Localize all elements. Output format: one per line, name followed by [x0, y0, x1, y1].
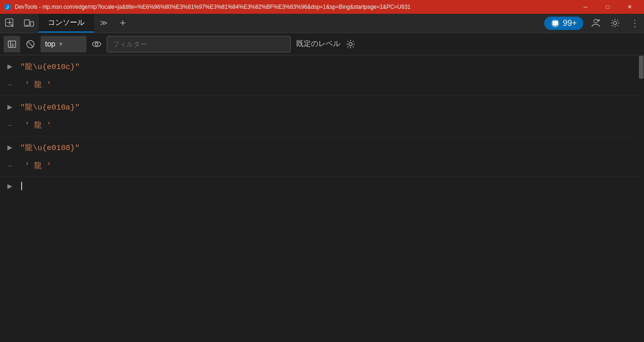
chat-bubble-icon	[551, 19, 560, 28]
console-row-return: ← ' 龍 '	[0, 158, 644, 176]
clear-console-button[interactable]	[22, 36, 39, 52]
console-entry: ▶ "龍\u{e010a}" ← ' 龍 '	[0, 96, 644, 136]
console-output[interactable]: ▶ "龍\u{e010c}" ← ' 龍 ' ▶ "龍\u{e010a}" ← …	[0, 55, 644, 342]
svg-point-15	[349, 42, 352, 46]
console-row-expand[interactable]: ▶ "龍\u{e010c}"	[0, 55, 644, 77]
console-input-row[interactable]: ▶	[0, 177, 644, 195]
console-settings-icon	[345, 39, 356, 49]
toolbar-spacer	[132, 14, 541, 33]
return-arrow-icon: ←	[7, 122, 17, 128]
more-options-button[interactable]: ⋮	[625, 14, 644, 33]
main-container: コンソール ≫ + 99+	[0, 14, 644, 342]
filter-input[interactable]	[107, 36, 291, 52]
console-row-return: ← ' 龍 '	[0, 77, 644, 95]
svg-point-0	[4, 4, 11, 10]
clear-icon	[26, 40, 35, 49]
more-tabs-icon: ≫	[100, 18, 108, 27]
eye-icon	[92, 39, 102, 49]
expand-arrow-icon[interactable]: ▶	[7, 103, 15, 110]
console-row-expand[interactable]: ▶ "龍\u{e0108}"	[0, 136, 644, 158]
svg-point-6	[594, 19, 598, 23]
svg-point-13	[92, 41, 101, 46]
window-controls: ─ □ ✕	[575, 0, 640, 14]
scrollbar-thumb[interactable]	[639, 56, 644, 79]
console-entry: ▶ "龍\u{e010c}" ← ' 龍 '	[0, 55, 644, 96]
context-value: top	[45, 40, 55, 48]
profile-button[interactable]	[586, 14, 605, 33]
message-count: 99+	[563, 18, 577, 28]
input-arrow-icon: ▶	[7, 182, 15, 190]
console-value: "龍\u{e010a}"	[20, 102, 80, 112]
console-settings-button[interactable]	[342, 36, 359, 52]
context-arrow-icon: ▼	[58, 41, 63, 47]
return-arrow-icon: ←	[7, 81, 17, 88]
settings-icon	[610, 18, 620, 28]
svg-line-12	[28, 41, 33, 47]
minimize-button[interactable]: ─	[575, 0, 596, 14]
console-entry: ▶ "龍\u{e0108}" ← ' 龍 '	[0, 136, 644, 177]
cursor-icon	[5, 18, 15, 28]
inspect-element-button[interactable]	[0, 14, 19, 33]
secondary-toolbar: top ▼ 既定のレベル	[0, 33, 644, 55]
add-icon: +	[120, 17, 126, 29]
svg-point-14	[95, 43, 98, 46]
message-badge[interactable]: 99+	[544, 17, 583, 30]
add-tab-button[interactable]: +	[113, 14, 132, 33]
svg-point-7	[598, 19, 600, 21]
scrollbar-track[interactable]	[638, 55, 644, 342]
restore-button[interactable]: □	[597, 0, 618, 14]
console-row-expand[interactable]: ▶ "龍\u{e010a}"	[0, 96, 644, 118]
console-return-value: ' 龍 '	[23, 79, 52, 90]
expand-arrow-icon[interactable]: ▶	[7, 63, 15, 70]
sidebar-toggle-button[interactable]	[4, 36, 20, 52]
settings-button[interactable]	[605, 14, 625, 33]
console-value: "龍\u{e010c}"	[20, 61, 80, 72]
sidebar-icon	[7, 40, 17, 49]
device-icon	[24, 18, 34, 28]
console-tab[interactable]: コンソール	[39, 14, 94, 33]
edge-icon	[4, 3, 11, 11]
expand-arrow-icon[interactable]: ▶	[7, 144, 15, 151]
svg-point-8	[614, 21, 617, 24]
log-level-label: 既定のレベル	[296, 39, 340, 49]
more-tabs-button[interactable]: ≫	[94, 14, 113, 33]
console-return-value: ' 龍 '	[23, 160, 52, 171]
title-bar: DevTools - ntp.msn.com/edge/ntp?locale=j…	[0, 0, 644, 14]
return-arrow-icon: ←	[7, 162, 17, 169]
device-emulation-button[interactable]	[19, 14, 39, 33]
main-toolbar: コンソール ≫ + 99+	[0, 14, 644, 33]
more-icon: ⋮	[630, 17, 639, 29]
console-value: "龍\u{e0108}"	[20, 142, 80, 153]
console-return-value: ' 龍 '	[23, 120, 52, 130]
close-button[interactable]: ✕	[619, 0, 640, 14]
live-expressions-button[interactable]	[88, 36, 105, 52]
context-selector[interactable]: top ▼	[40, 36, 86, 52]
svg-rect-3	[30, 22, 34, 26]
console-row-return: ← ' 龍 '	[0, 118, 644, 136]
title-bar-text: DevTools - ntp.msn.com/edge/ntp?locale=j…	[15, 4, 571, 10]
profile-icon	[591, 18, 601, 28]
console-cursor	[21, 182, 22, 190]
